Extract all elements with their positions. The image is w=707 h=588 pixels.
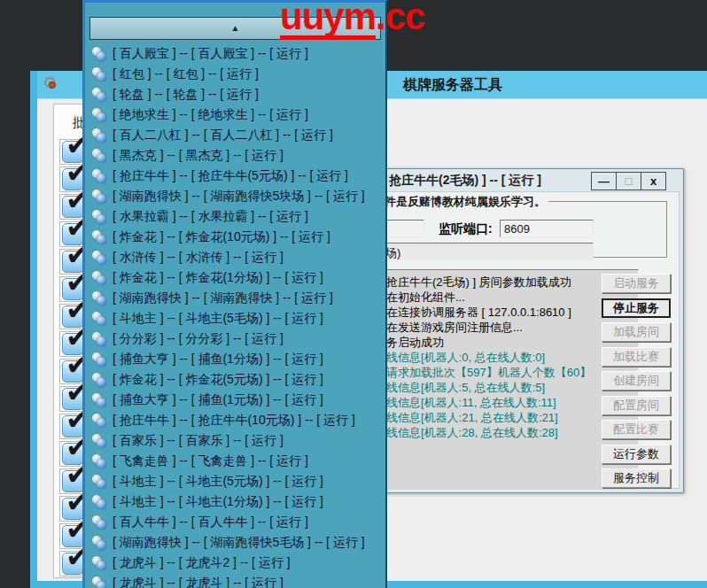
- dropdown-item-label: [ 百家乐 ] -- [ 百家乐 ] -- [ 运行 ]: [113, 433, 284, 449]
- network-icon: [92, 251, 106, 265]
- dropdown-item-label: [ 炸金花 ] -- [ 炸金花(1分场) ] -- [ 运行 ]: [113, 270, 323, 286]
- watermark-suffix: .cc: [376, 0, 424, 37]
- log-line: 线信息[机器人:21, 总在线人数:21]: [386, 410, 636, 425]
- network-icon: [92, 352, 106, 367]
- room-checkbox[interactable]: ✔: [62, 553, 84, 575]
- dropdown-item[interactable]: [ 炸金花 ] -- [ 炸金花(5元场) ] -- [ 运行 ]: [85, 369, 385, 390]
- watermark: uuym.cc: [280, 0, 424, 40]
- network-icon: [92, 169, 106, 183]
- dropdown-item[interactable]: [ 轮盘 ] -- [ 轮盘 ] -- [ 运行 ]: [85, 84, 385, 104]
- network-icon: [92, 210, 106, 224]
- network-icon: [92, 291, 106, 306]
- main-window-title: 棋牌服务器工具: [403, 76, 502, 95]
- dropdown-item-label: [ 水果拉霸 ] -- [ 水果拉霸 ] -- [ 运行 ]: [113, 209, 308, 225]
- dropdown-item-label: [ 绝地求生 ] -- [ 绝地求生 ] -- [ 运行 ]: [113, 107, 308, 123]
- dropdown-item-label: [ 斗地主 ] -- [ 斗地主(5元场) ] -- [ 运行 ]: [113, 474, 323, 490]
- desktop: ⚙ 棋牌服务器工具 批量 ✔ ✔ ✔ ✔ ✔ ✔ ✔ ✔ ✔ ✔ ✔ ✔ ✔ ✔…: [0, 0, 707, 588]
- network-icon: [92, 149, 106, 163]
- network-icon: [92, 271, 106, 285]
- maximize-button[interactable]: □: [616, 172, 641, 190]
- gear-icon: ⚙: [43, 74, 58, 93]
- log-line: 抢庄牛牛(2毛场) ] 房间参数加载成功: [386, 275, 636, 290]
- network-icon: [92, 230, 106, 244]
- load-room-button[interactable]: 加载房间: [602, 322, 671, 342]
- dropdown-item-label: [ 分分彩 ] -- [ 分分彩 ] -- [ 运行 ]: [113, 331, 284, 347]
- dropdown-item-label: [ 斗地主 ] -- [ 斗地主(1分场) ] -- [ 运行 ]: [113, 494, 323, 510]
- dropdown-item-label: [ 轮盘 ] -- [ 轮盘 ] -- [ 运行 ]: [113, 87, 259, 103]
- network-icon: [92, 414, 106, 428]
- dropdown-item-label: [ 黑杰克 ] -- [ 黑杰克 ] -- [ 运行 ]: [113, 148, 284, 164]
- dropdown-item[interactable]: [ 分分彩 ] -- [ 分分彩 ] -- [ 运行 ]: [85, 329, 385, 349]
- dropdown-item[interactable]: [ 斗地主 ] -- [ 斗地主(5毛场) ] -- [ 运行 ]: [85, 308, 385, 329]
- dropdown-item-label: [ 捕鱼大亨 ] -- [ 捕鱼(1元场) ] -- [ 运行 ]: [113, 392, 323, 408]
- dropdown-item[interactable]: [ 炸金花 ] -- [ 炸金花(1分场) ] -- [ 运行 ]: [85, 267, 385, 288]
- network-icon: [92, 434, 106, 448]
- dropdown-item-label: [ 水浒传 ] -- [ 水浒传 ] -- [ 运行 ]: [113, 250, 284, 266]
- dropdown-item[interactable]: [ 湖南跑得快 ] -- [ 湖南跑得快5块场 ] -- [ 运行 ]: [85, 186, 385, 206]
- dropdown-item[interactable]: [ 百人殿宝 ] -- [ 百人殿宝 ] -- [ 运行 ]: [85, 43, 385, 64]
- dropdown-item[interactable]: [ 湖南跑得快 ] -- [ 湖南跑得快 ] -- [ 运行 ]: [85, 288, 385, 308]
- dropdown-item[interactable]: [ 抢庄牛牛 ] -- [ 抢庄牛牛(5元场) ] -- [ 运行 ]: [85, 166, 385, 186]
- dropdown-item-label: [ 捕鱼大亨 ] -- [ 捕鱼(1分场) ] -- [ 运行 ]: [113, 352, 323, 368]
- network-icon: [92, 47, 106, 61]
- dropdown-item[interactable]: [ 湖南跑得快 ] -- [ 湖南跑得快5毛场 ] -- [ 运行 ]: [85, 532, 385, 553]
- child-window-title: 抢庄牛牛(2毛场) ] -- [ 运行 ]: [389, 173, 541, 189]
- dropdown-item[interactable]: [ 斗地主 ] -- [ 斗地主(1分场) ] -- [ 运行 ]: [85, 491, 385, 512]
- network-icon: [92, 373, 106, 387]
- config-match-button[interactable]: 配置比赛: [602, 420, 671, 439]
- dropdown-item[interactable]: [ 百家乐 ] -- [ 百家乐 ] -- [ 运行 ]: [85, 430, 385, 451]
- network-icon: [92, 454, 106, 468]
- dropdown-item-label: [ 百人殿宝 ] -- [ 百人殿宝 ] -- [ 运行 ]: [113, 46, 308, 62]
- watermark-main: uuym: [280, 0, 376, 40]
- dropdown-item[interactable]: [ 抢庄牛牛 ] -- [ 抢庄牛牛(10元场) ] -- [ 运行 ]: [85, 410, 385, 430]
- dropdown-item[interactable]: [ 龙虎斗 ] -- [ 龙虎斗2 ] -- [ 运行 ]: [85, 553, 385, 573]
- listen-port-label: 监听端口:: [439, 221, 493, 237]
- network-icon: [92, 190, 106, 204]
- notice-group-label: 件是反赌博教材纯属娱乐学习。: [382, 194, 548, 210]
- network-icon: [92, 332, 106, 346]
- dropdown-item-label: [ 龙虎斗 ] -- [ 龙虎斗 ] -- [ 运行 ]: [113, 576, 284, 588]
- log-line: 请求加载批次【597】机器人个数【60】: [386, 365, 636, 380]
- dropdown-item-label: [ 飞禽走兽 ] -- [ 飞禽走兽 ] -- [ 运行 ]: [113, 453, 308, 469]
- dropdown-item[interactable]: [ 龙虎斗 ] -- [ 龙虎斗 ] -- [ 运行 ]: [85, 573, 385, 588]
- dropdown-item[interactable]: [ 红包 ] -- [ 红包 ] -- [ 运行 ]: [85, 64, 385, 84]
- dropdown-item[interactable]: [ 捕鱼大亨 ] -- [ 捕鱼(1分场) ] -- [ 运行 ]: [85, 349, 385, 369]
- dropdown-item[interactable]: [ 炸金花 ] -- [ 炸金花(10元场) ] -- [ 运行 ]: [85, 227, 385, 247]
- dropdown-item[interactable]: [ 百人二八杠 ] -- [ 百人二八杠 ] -- [ 运行 ]: [85, 125, 385, 145]
- minimize-icon: —: [598, 174, 610, 188]
- network-icon: [92, 67, 106, 81]
- dropdown-item[interactable]: [ 黑杰克 ] -- [ 黑杰克 ] -- [ 运行 ]: [85, 145, 385, 166]
- dropdown-item[interactable]: [ 捕鱼大亨 ] -- [ 捕鱼(1元场) ] -- [ 运行 ]: [85, 390, 385, 410]
- log-line: 线信息[机器人:5, 总在线人数:5]: [386, 380, 636, 395]
- log-line: 在发送游戏房间注册信息...: [386, 320, 636, 335]
- close-button[interactable]: x: [641, 172, 666, 190]
- run-params-button[interactable]: 运行参数: [602, 445, 671, 464]
- listen-port-input[interactable]: 8609: [500, 220, 594, 237]
- dropdown-item[interactable]: [ 水果拉霸 ] -- [ 水果拉霸 ] -- [ 运行 ]: [85, 206, 385, 227]
- window-controls: — □ x: [592, 172, 666, 190]
- dropdown-item[interactable]: [ 绝地求生 ] -- [ 绝地求生 ] -- [ 运行 ]: [85, 104, 385, 125]
- dropdown-item-label: [ 抢庄牛牛 ] -- [ 抢庄牛牛(5元场) ] -- [ 运行 ]: [113, 168, 348, 184]
- dropdown-item[interactable]: [ 飞禽走兽 ] -- [ 飞禽走兽 ] -- [ 运行 ]: [85, 451, 385, 471]
- dropdown-item[interactable]: [ 水浒传 ] -- [ 水浒传 ] -- [ 运行 ]: [85, 247, 385, 267]
- network-icon: [92, 536, 106, 550]
- network-icon: [92, 88, 106, 102]
- dropdown-item[interactable]: [ 斗地主 ] -- [ 斗地主(5元场) ] -- [ 运行 ]: [85, 471, 385, 491]
- load-match-button[interactable]: 加载比赛: [602, 347, 671, 367]
- create-room-button[interactable]: 创建房间: [602, 371, 671, 391]
- network-icon: [92, 475, 106, 489]
- dropdown-item[interactable]: [ 百人牛牛 ] -- [ 百人牛牛 ] -- [ 运行 ]: [85, 512, 385, 532]
- minimize-button[interactable]: —: [591, 172, 617, 190]
- dropdown-item-label: [ 红包 ] -- [ 红包 ] -- [ 运行 ]: [113, 66, 259, 82]
- network-icon: [92, 556, 106, 570]
- dropdown-items: [ 百人殿宝 ] -- [ 百人殿宝 ] -- [ 运行 ] [ 红包 ] --…: [85, 43, 385, 588]
- service-control-button[interactable]: 服务控制: [602, 468, 671, 488]
- config-room-button[interactable]: 配置房间: [602, 396, 671, 415]
- start-service-button[interactable]: 启动服务: [602, 274, 671, 293]
- stop-service-button[interactable]: 停止服务: [602, 298, 671, 318]
- dropdown-item-label: [ 炸金花 ] -- [ 炸金花(10元场) ] -- [ 运行 ]: [113, 229, 330, 245]
- log-line: 务启动成功: [386, 335, 636, 350]
- room-name-input[interactable]: 场): [355, 243, 594, 260]
- game-dropdown-list: ▲ [ 百人殿宝 ] -- [ 百人殿宝 ] -- [ 运行 ] [ 红包 ] …: [82, 0, 387, 588]
- dropdown-item-label: [ 龙虎斗 ] -- [ 龙虎斗2 ] -- [ 运行 ]: [113, 555, 291, 571]
